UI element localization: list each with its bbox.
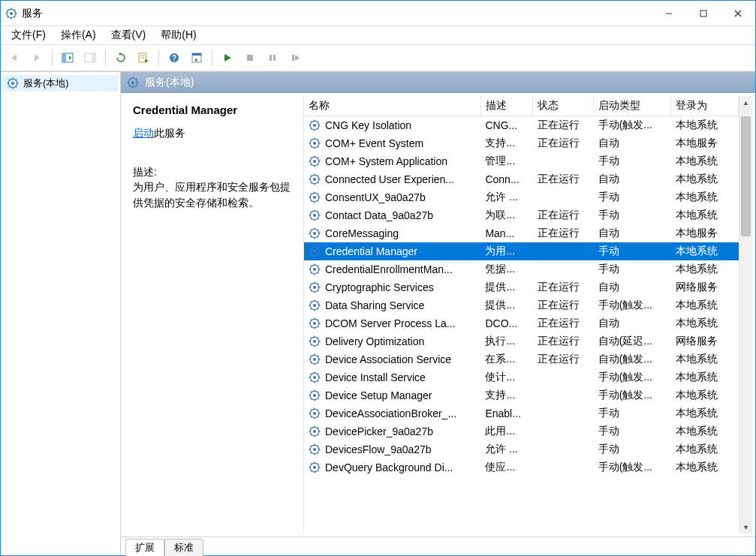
table-row[interactable]: DevQuery Background Di...使应...手动(触发...本地… — [304, 458, 739, 476]
service-logon: 本地系统 — [671, 404, 739, 422]
service-name: DevQuery Background Di... — [325, 461, 453, 473]
menu-view[interactable]: 查看(V) — [104, 27, 154, 44]
close-button[interactable] — [721, 2, 755, 26]
vertical-scrollbar[interactable]: ▲ ▼ — [739, 96, 752, 533]
service-desc: 凭据... — [480, 260, 533, 278]
service-status: 正在运行 — [533, 350, 594, 368]
service-startup: 手动 — [594, 440, 671, 458]
service-logon: 本地系统 — [671, 422, 739, 440]
service-list[interactable]: 名称 描述 状态 启动类型 登录为 CNG Key IsolationCNG..… — [304, 96, 739, 533]
service-desc: 支持... — [480, 134, 533, 152]
service-name: Delivery Optimization — [325, 335, 424, 347]
service-desc: DCO... — [480, 314, 533, 332]
service-status — [533, 188, 594, 206]
table-row[interactable]: CredentialEnrollmentMan...凭据...手动本地系统 — [304, 260, 739, 278]
table-row[interactable]: COM+ Event System支持...正在运行自动本地服务 — [304, 134, 739, 152]
service-desc: CNG... — [480, 116, 533, 135]
stop-service-button[interactable] — [239, 47, 261, 68]
start-service-link[interactable]: 启动 — [133, 127, 154, 139]
maximize-button[interactable] — [686, 2, 721, 26]
table-row[interactable]: Device Setup Manager支持...手动(触发...本地系统 — [304, 386, 739, 404]
toolbar: ? — [1, 44, 755, 71]
service-logon: 本地系统 — [671, 260, 739, 278]
svg-marker-36 — [295, 55, 300, 61]
service-logon: 本地系统 — [671, 386, 739, 404]
col-startup[interactable]: 启动类型 — [594, 96, 671, 116]
table-row[interactable]: Connected User Experien...Conn...正在运行自动本… — [304, 170, 739, 188]
right-pane: 服务(本地) Credential Manager 启动此服务 描述: 为用户、… — [121, 72, 755, 555]
col-desc[interactable]: 描述 — [480, 96, 533, 116]
service-desc: 使应... — [480, 458, 533, 476]
col-name[interactable]: 名称 — [304, 96, 480, 116]
table-row[interactable]: CoreMessagingMan...正在运行自动本地服务 — [304, 224, 739, 242]
service-status — [533, 404, 594, 422]
service-status: 正在运行 — [533, 332, 594, 350]
window-title: 服务 — [22, 7, 43, 20]
service-name: Device Install Service — [325, 371, 426, 383]
tree-item-services-local[interactable]: 服务(本地) — [2, 75, 119, 92]
gear-icon — [309, 371, 321, 383]
help-button[interactable]: ? — [164, 47, 185, 68]
service-logon: 本地服务 — [671, 224, 739, 242]
export-list-button[interactable] — [133, 47, 154, 68]
table-row[interactable]: Device Association Service在系...正在运行自动(触发… — [304, 350, 739, 368]
service-logon: 本地系统 — [671, 188, 739, 206]
service-logon: 本地系统 — [671, 152, 739, 170]
menu-help[interactable]: 帮助(H) — [153, 27, 203, 44]
scroll-thumb[interactable] — [741, 116, 751, 236]
table-row[interactable]: CNG Key IsolationCNG...正在运行手动(触发...本地系统 — [304, 116, 739, 135]
table-row[interactable]: DevicesFlow_9a0a27b允许 ...手动本地系统 — [304, 440, 739, 458]
refresh-button[interactable] — [110, 47, 131, 68]
table-row[interactable]: ConsentUX_9a0a27b允许 ...手动本地系统 — [304, 188, 739, 206]
gear-icon — [309, 191, 321, 203]
gear-icon — [309, 425, 321, 437]
forward-button[interactable] — [26, 47, 47, 68]
service-status — [533, 386, 594, 404]
table-row[interactable]: Credential Manager为用...手动本地系统 — [304, 242, 739, 260]
service-desc: 在系... — [480, 350, 533, 368]
restart-service-button[interactable] — [285, 47, 306, 68]
service-desc: 此用... — [480, 422, 533, 440]
selected-service-title: Credential Manager — [133, 104, 294, 116]
gear-icon — [127, 77, 139, 89]
service-startup: 手动 — [594, 206, 671, 224]
pause-service-button[interactable] — [262, 47, 283, 68]
show-hide-actions-button[interactable] — [80, 47, 101, 68]
scroll-track[interactable] — [739, 109, 752, 521]
service-startup: 手动(触发... — [594, 368, 671, 386]
show-hide-tree-button[interactable] — [57, 47, 78, 68]
table-row[interactable]: Contact Data_9a0a27b为联...正在运行手动本地系统 — [304, 206, 739, 224]
table-row[interactable]: DeviceAssociationBroker_...Enabl...手动本地系… — [304, 404, 739, 422]
table-row[interactable]: Cryptographic Services提供...正在运行自动网络服务 — [304, 278, 739, 296]
gear-icon — [309, 443, 321, 455]
service-logon: 本地系统 — [671, 170, 739, 188]
menu-action[interactable]: 操作(A) — [53, 27, 104, 44]
service-status: 正在运行 — [533, 134, 594, 152]
col-logon[interactable]: 登录为 — [671, 96, 739, 116]
table-row[interactable]: DCOM Server Process La...DCO...正在运行自动本地系… — [304, 314, 739, 332]
table-row[interactable]: COM+ System Application管理...手动本地系统 — [304, 152, 739, 170]
table-row[interactable]: DevicePicker_9a0a27b此用...手动本地系统 — [304, 422, 739, 440]
table-row[interactable]: Device Install Service使计...手动(触发...本地系统 — [304, 368, 739, 386]
table-row[interactable]: Data Sharing Service提供...正在运行手动(触发...本地系… — [304, 296, 739, 314]
back-button[interactable] — [4, 47, 25, 68]
desc-label: 描述: — [133, 166, 294, 179]
minimize-button[interactable] — [652, 2, 686, 26]
menu-file[interactable]: 文件(F) — [4, 27, 53, 44]
tab-extended[interactable]: 扩展 — [125, 539, 164, 556]
table-row[interactable]: Delivery Optimization执行...正在运行自动(延迟...网络… — [304, 332, 739, 350]
tab-standard[interactable]: 标准 — [164, 539, 203, 556]
scroll-down-button[interactable]: ▼ — [739, 521, 752, 533]
service-name: Data Sharing Service — [325, 299, 424, 311]
col-status[interactable]: 状态 — [533, 96, 594, 116]
service-status — [533, 260, 594, 278]
svg-rect-11 — [700, 11, 706, 17]
scroll-up-button[interactable]: ▲ — [739, 96, 752, 109]
svg-rect-20 — [92, 53, 95, 62]
service-startup: 手动(触发... — [594, 296, 671, 314]
properties-button[interactable] — [186, 47, 207, 68]
start-service-button[interactable] — [217, 47, 238, 68]
service-name: Device Setup Manager — [325, 389, 432, 401]
gear-icon — [309, 263, 321, 275]
service-desc: 执行... — [480, 332, 533, 350]
